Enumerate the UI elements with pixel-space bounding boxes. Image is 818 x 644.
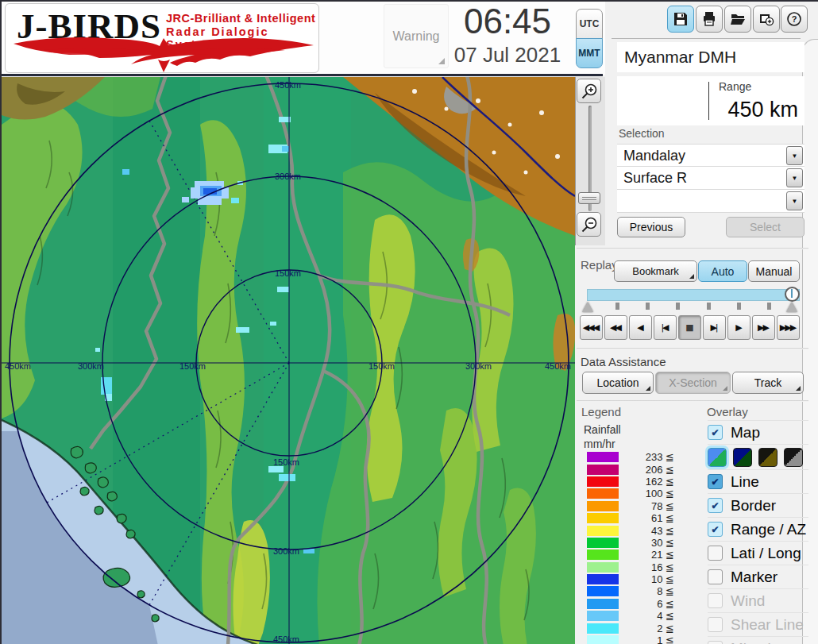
forward-full-button[interactable]: ▶▶▶ (777, 315, 800, 340)
legend-row: 6 ≦ (587, 598, 674, 610)
play-button[interactable]: ▶ (727, 315, 750, 340)
map-style-4[interactable] (784, 448, 803, 467)
bookmark-label: Bookmark (632, 265, 679, 277)
svg-text:150km: 150km (179, 361, 206, 371)
utc-button[interactable]: UTC (576, 9, 603, 39)
map-checkbox[interactable]: ✔ (708, 425, 723, 440)
line-checkbox[interactable]: ✔ (708, 474, 723, 489)
previous-button[interactable]: Previous (617, 217, 685, 237)
help-button[interactable]: ? (781, 6, 808, 33)
rewind-full-button[interactable]: ◀◀◀ (580, 315, 603, 340)
save-icon (673, 11, 689, 27)
play-reverse-button[interactable]: ◀ (629, 315, 652, 340)
clock-time: 06:45 (451, 2, 564, 41)
replay-start-marker[interactable] (582, 302, 593, 312)
stop-button[interactable]: ■ (678, 315, 701, 340)
legend-scale: 233 ≦206 ≦162 ≦100 ≦78 ≦61 ≦43 ≦30 ≦21 ≦… (587, 451, 674, 644)
overlay-label-marker: Marker (731, 569, 777, 586)
forward-fast-button[interactable]: ▶▶ (752, 315, 775, 340)
overlay-row-range-az: ✔Range / AZ (708, 517, 808, 541)
legend-row: 61 ≦ (587, 512, 674, 524)
selection-label: Selection (619, 127, 665, 140)
rain-echo (282, 146, 289, 152)
zoom-in-button[interactable] (577, 79, 601, 103)
legend-value: 100 ≦ (627, 488, 674, 499)
legend-swatch (587, 465, 619, 475)
capture-button[interactable] (753, 6, 780, 33)
replay-progress-track[interactable] (587, 289, 800, 301)
add-image-icon (758, 11, 774, 27)
save-button[interactable] (667, 6, 694, 33)
svg-text:300km: 300km (465, 361, 492, 371)
map-style-3[interactable] (758, 448, 777, 467)
svg-text:?: ? (792, 14, 797, 24)
dropdown-product-arrow[interactable]: ▼ (786, 168, 803, 187)
rain-echo (101, 377, 112, 395)
svg-text:150km: 150km (275, 268, 301, 278)
dropdown-option-arrow[interactable]: ▼ (786, 191, 803, 210)
print-button[interactable] (696, 6, 723, 33)
manual-button[interactable]: Manual (748, 260, 800, 282)
dropdown-option[interactable]: ▼ (617, 190, 804, 213)
playback-controls: ◀◀◀◀◀◀|◀■▶|▶▶▶▶▶▶ (580, 315, 800, 340)
mmt-button[interactable]: MMT (576, 38, 603, 68)
replay-progress-thumb[interactable] (785, 287, 800, 302)
overlay-row-map: ✔Map (708, 420, 808, 444)
dropdown-site-arrow[interactable]: ▼ (786, 146, 803, 165)
logo-subtitle-1: JRC-Brilliant & Intelligent (166, 12, 315, 25)
svg-text:150km: 150km (368, 361, 395, 371)
legend-swatch (587, 476, 619, 487)
overlay-row-microburst: Microburst (708, 636, 808, 644)
dropdown-product-value: Surface R (623, 167, 687, 189)
data-assistance-label: Data Assistance (581, 355, 666, 368)
legend-row: 16 ≦ (587, 561, 674, 573)
location-button[interactable]: Location (582, 372, 654, 394)
auto-button[interactable]: Auto (698, 260, 747, 282)
x-section-button[interactable]: X-Section (655, 372, 731, 394)
map-style-row (708, 444, 808, 469)
step-back-button[interactable]: |◀ (654, 315, 677, 340)
replay-ticks (615, 303, 771, 310)
map-style-2[interactable] (733, 448, 752, 467)
legend-row: 1 ≦ (587, 634, 674, 644)
rain-echo (279, 474, 295, 481)
select-button[interactable]: Select (726, 217, 804, 237)
legend-value: 21 ≦ (627, 549, 674, 561)
dropdown-product[interactable]: Surface R ▼ (617, 167, 804, 190)
help-icon: ? (786, 11, 802, 27)
select-label: Select (750, 221, 781, 233)
legend-row: 78 ≦ (587, 500, 674, 512)
open-folder-button[interactable] (724, 6, 751, 33)
legend-swatch (587, 562, 619, 573)
replay-tick (676, 303, 680, 310)
legend-value: 8 ≦ (627, 585, 674, 597)
range-az-checkbox[interactable]: ✔ (708, 522, 723, 537)
legend-swatch (587, 623, 619, 634)
zoom-out-button[interactable] (577, 212, 601, 237)
legend-value: 2 ≦ (627, 623, 674, 634)
section-groove (577, 400, 808, 402)
rain-echo (303, 549, 314, 553)
legend-label: Legend (581, 405, 621, 418)
marker-checkbox[interactable] (708, 569, 723, 584)
bookmark-button[interactable]: Bookmark (614, 260, 697, 282)
previous-label: Previous (630, 221, 673, 233)
dropdown-site[interactable]: Mandalay ▼ (617, 144, 804, 167)
rewind-fast-button[interactable]: ◀◀ (604, 315, 627, 340)
legend-row: 4 ≦ (587, 610, 674, 622)
legend-swatch (587, 488, 619, 499)
radar-map[interactable]: 450km 300km 150km 150km 300km 450km 450k… (2, 77, 575, 644)
warning-button[interactable]: Warning (384, 4, 449, 68)
track-button[interactable]: Track (732, 372, 804, 394)
replay-end-marker[interactable] (786, 302, 797, 312)
map-zoom-slider-thumb[interactable] (578, 192, 600, 204)
overlay-label-wind: Wind (731, 592, 765, 610)
section-groove (577, 348, 808, 349)
legend-value: 233 ≦ (627, 451, 674, 463)
border-checkbox[interactable]: ✔ (708, 498, 723, 513)
map-style-1[interactable] (708, 448, 727, 467)
step-forward-button[interactable]: ▶| (703, 315, 726, 340)
rain-echo (270, 322, 276, 326)
range-box: Range 450 km (617, 76, 804, 125)
lati-long-checkbox[interactable] (708, 546, 723, 561)
